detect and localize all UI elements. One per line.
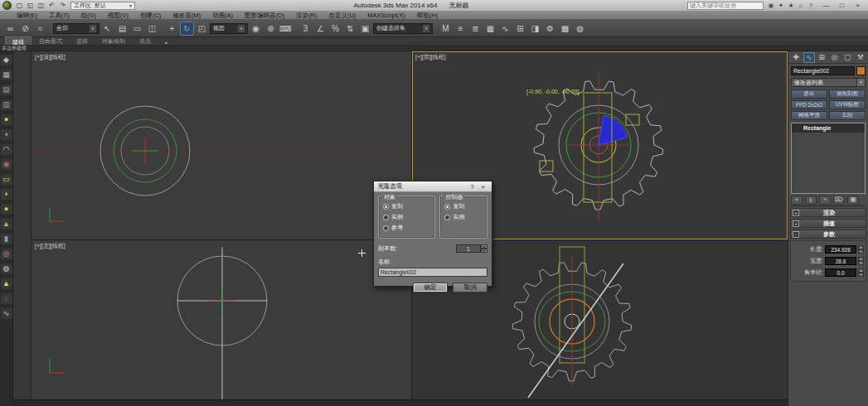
favorites-icon[interactable]: ★ (786, 1, 796, 10)
modifier-list-dropdown[interactable]: 修改器列表 ▾ (791, 78, 866, 87)
hemisphere-icon[interactable]: ◗ (1, 189, 12, 200)
ok-button[interactable]: 确定 (413, 283, 448, 292)
motion-tab-icon[interactable]: ◎ (829, 52, 841, 63)
menu-item[interactable]: 修改器(M) (167, 11, 206, 20)
3dsmax-logo[interactable] (2, 1, 12, 10)
ribbon-tab[interactable]: 填充 (133, 36, 158, 45)
new-scene-icon[interactable]: ▢ (14, 1, 25, 10)
material-editor-icon[interactable]: ◨ (528, 22, 542, 36)
controller-radio-option[interactable]: 复制 (444, 202, 482, 210)
parameter-value-field[interactable]: 234.928 (825, 245, 856, 254)
geosphere-icon[interactable]: ◉ (1, 159, 12, 170)
window-crossing-icon[interactable]: ◫ (145, 22, 159, 36)
select-and-move-icon[interactable]: + (165, 22, 179, 36)
modifier-button[interactable]: FFD 2x2x2 (791, 100, 827, 109)
controller-radio-option[interactable]: 实例 (444, 213, 482, 221)
rollout-expand-icon[interactable]: + (793, 210, 799, 216)
helix-object-icon[interactable]: ∿ (1, 308, 12, 319)
viewport-label[interactable]: [+][左][线框] (35, 242, 65, 250)
align-icon[interactable]: ≡ (453, 22, 468, 36)
open-file-icon[interactable]: ◱ (25, 1, 36, 10)
rollout-expand-icon[interactable]: - (793, 231, 799, 238)
parameter-value-field[interactable]: 0.0 (825, 268, 856, 277)
rollout-header[interactable]: + 插值 (790, 219, 866, 228)
configure-modifier-sets-icon[interactable]: ▦ (847, 196, 859, 205)
object-radio-option[interactable]: 参考 (383, 224, 430, 232)
menu-item[interactable]: 组(G) (76, 11, 101, 20)
spinner-snap-icon[interactable]: ⇅ (343, 22, 357, 36)
spinner-down-icon[interactable]: ▼ (858, 249, 864, 254)
select-and-rotate-icon[interactable]: ↻ (180, 22, 194, 36)
help-icon[interactable]: ? (806, 1, 816, 10)
viewport-label[interactable]: [+][前][线框] (415, 53, 446, 61)
maximize-button[interactable]: □ (834, 1, 850, 10)
menu-item[interactable]: 创建(C) (135, 11, 166, 20)
workspace-selector[interactable]: 工作区: 默认 ▾ (70, 2, 135, 10)
rendered-frame-window-icon[interactable]: ▩ (558, 22, 572, 36)
rollout-expand-icon[interactable]: + (793, 220, 799, 227)
make-unique-icon[interactable]: * (819, 196, 831, 205)
ribbon-section-label[interactable]: 多边形建模 (2, 46, 27, 51)
modifier-button[interactable]: 挤出 (791, 89, 827, 99)
utilities-tab-icon[interactable]: ⚒ (855, 52, 867, 63)
infocenter-search-input[interactable] (687, 2, 764, 10)
object-radio-option[interactable]: 复制 (383, 202, 430, 210)
menu-item[interactable]: 渲染(R) (291, 11, 322, 20)
spinner-down-icon[interactable]: ▼ (858, 261, 864, 265)
rollout-header[interactable]: - 参数 (790, 230, 866, 239)
teapot-object-icon[interactable]: ◍ (1, 263, 12, 274)
curve-editor-icon[interactable]: ∿ (498, 22, 512, 36)
menu-item[interactable]: 图形编辑器(D) (240, 11, 289, 20)
bind-to-space-warp-icon[interactable]: ≈ (33, 22, 47, 36)
select-by-name-icon[interactable]: ▤ (115, 22, 129, 36)
viewport-top[interactable]: [+][顶][线框] (32, 51, 411, 239)
torus-object-icon[interactable]: ◎ (1, 249, 12, 259)
ribbon-tab[interactable]: 建模 (5, 36, 32, 45)
use-pivot-point-center-icon[interactable]: ◉ (249, 22, 263, 36)
select-and-manipulate-icon[interactable]: ⊕ (264, 22, 278, 36)
menu-item[interactable]: 帮助(H) (412, 11, 443, 20)
object-radio-option[interactable]: 实例 (383, 213, 430, 221)
sphere-object-icon[interactable]: ● (1, 204, 12, 215)
select-and-link-icon[interactable]: ∞ (3, 22, 17, 36)
menu-item[interactable]: 编辑(E) (12, 11, 42, 20)
pyramid-object-icon[interactable]: ▲ (1, 278, 12, 289)
ribbon-minimize-icon[interactable]: ▴ (165, 39, 167, 45)
modify-tab-icon[interactable]: ∿ (803, 52, 816, 63)
select-and-scale-icon[interactable]: ◰ (195, 22, 209, 36)
modifier-button[interactable]: UVW贴图 (829, 100, 866, 109)
close-button[interactable]: × (850, 1, 866, 10)
ribbon-tab[interactable]: 对象绘制 (95, 36, 132, 45)
light-tool-icon[interactable]: ● (1, 114, 12, 125)
edit-named-selection-sets-icon[interactable]: ▣ (358, 22, 372, 36)
minimize-button[interactable]: — (818, 1, 834, 10)
render-production-icon[interactable]: ◍ (573, 22, 587, 36)
ribbon-tab[interactable]: 选择 (70, 36, 95, 45)
reference-coordinate-system-dropdown[interactable]: 视图 ▾ (210, 23, 248, 34)
mesh-grid-icon[interactable]: ▥ (1, 99, 12, 110)
grid-snap-icon[interactable]: ▤ (1, 85, 12, 95)
parameter-spinner[interactable]: ▲▼ (858, 268, 864, 277)
unlink-selection-icon[interactable]: ⊘ (18, 22, 32, 36)
spinner-down-icon[interactable]: ▼ (858, 273, 864, 277)
rollout-header[interactable]: + 渲染 (790, 208, 866, 217)
remove-modifier-icon[interactable]: ⌦ (833, 196, 845, 205)
modifier-button[interactable]: 倒角剖面 (829, 89, 866, 99)
render-setup-icon[interactable]: ⚙ (543, 22, 557, 36)
modifier-stack[interactable]: Rectangle (791, 123, 866, 194)
tube-object-icon[interactable]: ◌ (1, 293, 12, 304)
mirror-icon[interactable]: M (439, 22, 453, 36)
select-tool-icon[interactable]: ◆ (1, 55, 12, 65)
home-icon[interactable]: ⌂ (796, 1, 806, 10)
modifier-button[interactable]: 车削 (829, 111, 866, 120)
object-color-swatch[interactable] (856, 66, 866, 75)
layer-manager-icon[interactable]: ≣ (468, 22, 482, 36)
key-icon[interactable]: ✦ (776, 1, 786, 10)
percent-snap-icon[interactable]: % (328, 22, 342, 36)
menu-item[interactable]: 自定义(U) (323, 11, 361, 20)
dome-object-icon[interactable]: ◠ (1, 144, 12, 155)
undo-icon[interactable]: ↶ (46, 1, 57, 10)
pin-stack-icon[interactable]: ⌖ (791, 196, 803, 205)
object-name-field[interactable]: Rectangle002 (791, 66, 855, 75)
plane-object-icon[interactable]: ▭ (1, 174, 12, 185)
